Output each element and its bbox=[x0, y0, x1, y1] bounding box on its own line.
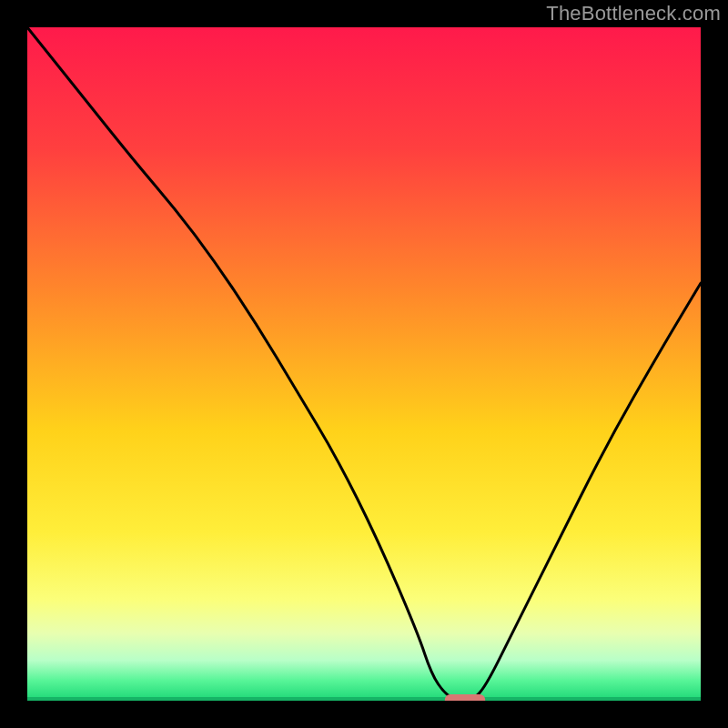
chart-frame: TheBottleneck.com bbox=[0, 0, 728, 728]
baseline-strip bbox=[27, 697, 701, 701]
optimal-band-marker bbox=[445, 694, 485, 701]
plot-area bbox=[27, 27, 701, 701]
gradient-background bbox=[27, 27, 701, 701]
watermark-text: TheBottleneck.com bbox=[546, 2, 721, 25]
bottleneck-chart-svg bbox=[27, 27, 701, 701]
